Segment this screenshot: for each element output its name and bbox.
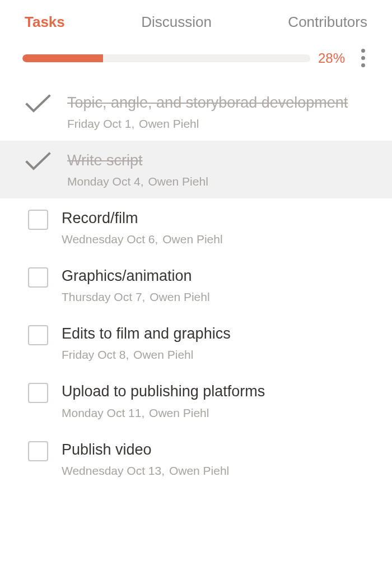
- task-assignee: Owen Piehl: [149, 406, 209, 419]
- task-date: Friday Oct 8: [62, 348, 125, 361]
- task-title: Write script: [67, 151, 375, 170]
- task-assignee: Owen Piehl: [162, 233, 222, 246]
- task-date: Monday Oct 4: [67, 175, 141, 188]
- task-date: Wednesday Oct 6: [62, 233, 155, 246]
- dots-vertical-icon: [361, 49, 365, 53]
- task-meta: Monday Oct 4, Owen Piehl: [67, 175, 375, 188]
- task-item[interactable]: Record/filmWednesday Oct 6, Owen Piehl: [0, 198, 392, 256]
- task-checkmark[interactable]: [22, 94, 54, 113]
- task-item[interactable]: Upload to publishing platformsMonday Oct…: [0, 372, 392, 429]
- tab-contributors[interactable]: Contributors: [288, 13, 367, 31]
- more-options-button[interactable]: [356, 47, 370, 70]
- task-item[interactable]: Edits to film and graphicsFriday Oct 8, …: [0, 314, 392, 372]
- task-date: Monday Oct 11: [62, 406, 141, 419]
- task-checkbox[interactable]: [28, 267, 48, 288]
- task-assignee: Owen Piehl: [133, 348, 193, 361]
- tab-bar: Tasks Discussion Contributors: [0, 0, 392, 42]
- task-assignee: Owen Piehl: [169, 464, 229, 477]
- task-checkbox[interactable]: [28, 210, 48, 230]
- tab-tasks[interactable]: Tasks: [25, 13, 65, 31]
- task-list: Topic, angle, and storyborad development…: [0, 83, 392, 488]
- task-body: Graphics/animationThursday Oct 7, Owen P…: [62, 266, 375, 304]
- checkmark-icon: [25, 152, 51, 171]
- task-body: Edits to film and graphicsFriday Oct 8, …: [62, 324, 375, 362]
- progress-bar: [22, 54, 310, 62]
- task-meta: Friday Oct 1, Owen Piehl: [67, 117, 375, 131]
- task-checkbox[interactable]: [28, 325, 48, 345]
- task-meta: Friday Oct 8, Owen Piehl: [62, 348, 375, 362]
- task-checkbox[interactable]: [28, 441, 48, 461]
- progress-fill: [22, 54, 103, 62]
- task-title: Record/film: [62, 209, 375, 228]
- task-title: Upload to publishing platforms: [62, 382, 375, 401]
- task-date: Wednesday Oct 13: [62, 464, 161, 477]
- progress-percent: 28%: [318, 50, 348, 66]
- checkmark-icon: [25, 94, 51, 113]
- task-body: Write scriptMonday Oct 4, Owen Piehl: [67, 151, 375, 188]
- task-checkmark[interactable]: [22, 152, 54, 171]
- task-body: Upload to publishing platformsMonday Oct…: [62, 382, 375, 419]
- task-assignee: Owen Piehl: [139, 117, 199, 130]
- task-meta: Wednesday Oct 6, Owen Piehl: [62, 233, 375, 246]
- task-date: Friday Oct 1: [67, 117, 131, 130]
- task-title: Publish video: [62, 440, 375, 460]
- task-item[interactable]: Topic, angle, and storyborad development…: [0, 83, 392, 141]
- tab-discussion[interactable]: Discussion: [141, 13, 212, 31]
- task-meta: Wednesday Oct 13, Owen Piehl: [62, 464, 375, 478]
- task-item[interactable]: Graphics/animationThursday Oct 7, Owen P…: [0, 256, 392, 314]
- task-meta: Thursday Oct 7, Owen Piehl: [62, 290, 375, 304]
- task-title: Graphics/animation: [62, 266, 375, 286]
- task-item[interactable]: Write scriptMonday Oct 4, Owen Piehl: [0, 141, 392, 198]
- progress-row: 28%: [0, 42, 392, 83]
- task-meta: Monday Oct 11, Owen Piehl: [62, 406, 375, 420]
- task-body: Topic, angle, and storyborad development…: [67, 93, 375, 131]
- task-item[interactable]: Publish videoWednesday Oct 13, Owen Pieh…: [0, 430, 392, 488]
- task-title: Edits to film and graphics: [62, 324, 375, 344]
- task-checkbox[interactable]: [28, 383, 48, 403]
- task-body: Record/filmWednesday Oct 6, Owen Piehl: [62, 209, 375, 246]
- task-date: Thursday Oct 7: [62, 290, 142, 303]
- task-assignee: Owen Piehl: [148, 175, 208, 188]
- task-title: Topic, angle, and storyborad development: [67, 93, 375, 113]
- task-body: Publish videoWednesday Oct 13, Owen Pieh…: [62, 440, 375, 478]
- task-assignee: Owen Piehl: [150, 290, 209, 303]
